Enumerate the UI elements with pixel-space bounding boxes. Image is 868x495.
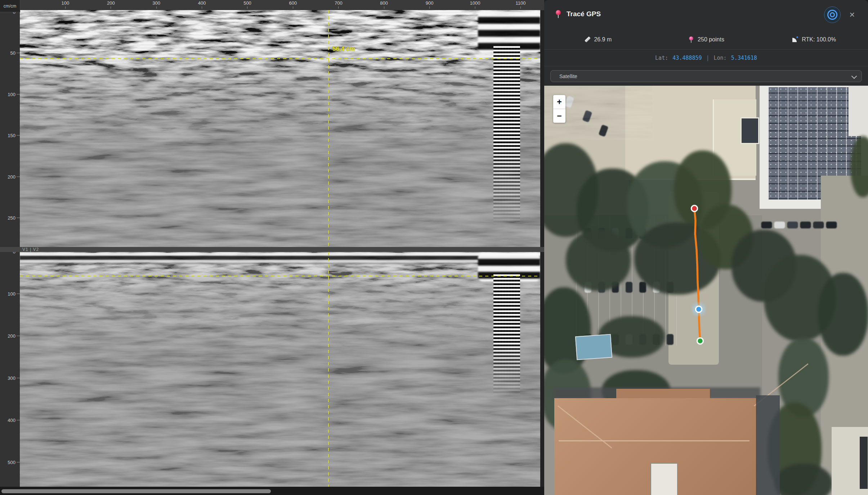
satellite-map[interactable]: + −: [544, 86, 868, 495]
direct-wave-band: [20, 253, 540, 265]
distance-ruler: 10020030040050060070080090010001100: [0, 0, 544, 10]
coordinates-separator: |: [706, 55, 710, 61]
depth-cursor-line: [20, 276, 540, 276]
ruler-tick: 300: [152, 0, 160, 9]
profile-names-label: V1 | V2: [22, 247, 39, 252]
radargram-texture: [20, 10, 540, 247]
ruler-units-label: cm/cm: [0, 0, 20, 12]
horizontal-scrollbar[interactable]: [0, 487, 544, 495]
ruler-tick: 200: [107, 0, 115, 9]
position-cursor-line: [328, 252, 329, 487]
horizontal-scrollbar-thumb[interactable]: [1, 489, 271, 493]
satellite-icon: [792, 36, 798, 43]
pin-icon: [555, 9, 561, 19]
ruler-tick: 250: [8, 215, 20, 221]
zoom-out-button[interactable]: −: [553, 109, 565, 123]
ruler-tick: 900: [426, 0, 434, 9]
rtk-status-stat: RTK: 100.0%: [760, 30, 868, 49]
rtk-status-value: RTK: 100.0%: [802, 36, 836, 43]
target-icon: [827, 10, 837, 20]
ruler-tick: 100: [8, 291, 20, 297]
center-on-trace-button[interactable]: [824, 6, 841, 23]
ruler-icon: [585, 36, 591, 42]
antenna-ringing-column: [493, 46, 520, 226]
ruler-tick: 200: [8, 333, 20, 339]
ruler-tick: 1100: [515, 0, 525, 9]
gps-trace-line: [694, 208, 700, 341]
position-cursor-line: [328, 10, 329, 247]
trace-distance-value: 26.9 m: [594, 36, 612, 43]
trace-start-marker[interactable]: [692, 206, 698, 212]
radargram-profile-top[interactable]: 56.4 cm: [20, 10, 540, 247]
ruler-tick: 500: [8, 460, 20, 465]
depth-cursor-line: [20, 58, 540, 59]
profile-separator: V1 | V2: [0, 247, 544, 252]
current-position-marker[interactable]: [696, 306, 702, 312]
gpr-viewer: 0501001502002500100200300400500 10020030…: [0, 0, 544, 495]
ruler-tick: 150: [8, 133, 20, 138]
ruler-tick: 100: [8, 91, 20, 97]
panel-header: Tracé GPS ✕: [544, 0, 868, 28]
zoom-in-button[interactable]: +: [553, 95, 565, 109]
ruler-tick: 400: [8, 418, 20, 423]
ruler-tick: 50: [10, 50, 20, 56]
ruler-tick: 700: [335, 0, 343, 9]
ruler-tick: 600: [289, 0, 297, 9]
trace-points-value: 250 points: [698, 36, 724, 43]
gpr-application-window: 0501001502002500100200300400500 10020030…: [0, 0, 868, 495]
gps-trace-panel: Tracé GPS ✕ 26.9 m 250 points RTK: 100.0…: [544, 0, 868, 495]
ruler-tick: 500: [243, 0, 251, 9]
map-zoom-control: + −: [553, 95, 565, 123]
panel-title: Tracé GPS: [567, 10, 601, 18]
trace-distance-stat: 26.9 m: [544, 30, 652, 49]
pin-icon: [689, 36, 694, 43]
gps-trace-overlay: [544, 86, 868, 495]
close-icon[interactable]: ✕: [847, 9, 858, 20]
trace-stats-row: 26.9 m 250 points RTK: 100.0%: [544, 30, 868, 49]
map-type-selector-wrap: Satellite: [550, 70, 862, 82]
radargram-profile-bottom[interactable]: [20, 252, 540, 487]
ruler-tick: 200: [8, 174, 20, 179]
longitude-value: 5.341618: [731, 55, 757, 61]
ruler-tick: 800: [380, 0, 388, 9]
map-type-select[interactable]: Satellite: [550, 70, 862, 82]
coordinates-row: Lat: 43.488859 | Lon: 5.341618: [544, 50, 868, 66]
trace-points-stat: 250 points: [652, 30, 760, 49]
ruler-tick: 400: [198, 0, 206, 9]
longitude-label: Lon:: [714, 55, 727, 61]
antenna-ringing-column: [493, 274, 520, 397]
ruler-tick: 300: [8, 375, 20, 381]
latitude-label: Lat:: [655, 55, 668, 61]
ruler-tick: 1000: [470, 0, 480, 9]
divider: [544, 66, 868, 66]
depth-cursor-label: 56.4 cm: [332, 45, 355, 53]
latitude-value: 43.488859: [672, 55, 702, 61]
ruler-tick: 100: [62, 0, 70, 9]
trace-end-marker[interactable]: [697, 338, 703, 344]
